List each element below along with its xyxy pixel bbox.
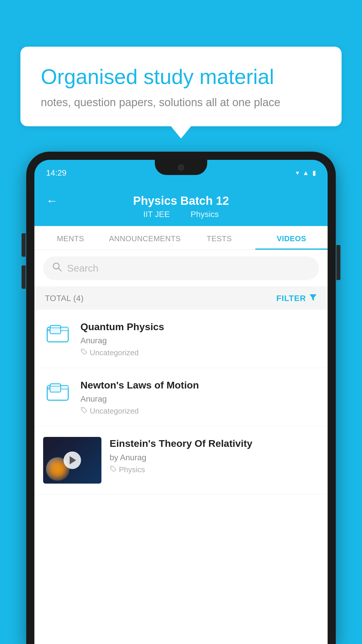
video-list: Quantum Physics Anurag Uncategorized xyxy=(34,310,328,494)
folder-icon-container xyxy=(43,379,72,403)
video-author: Anurag xyxy=(80,394,319,404)
status-bar: 14:29 ▾ ▲ ▮ xyxy=(34,160,328,186)
tab-ments[interactable]: MENTS xyxy=(34,226,107,250)
tag-icon xyxy=(110,465,117,474)
status-time: 14:29 xyxy=(46,168,66,178)
search-placeholder: Search xyxy=(67,262,99,274)
video-title: Quantum Physics xyxy=(80,320,319,333)
speech-bubble-subtext: notes, question papers, solutions all at… xyxy=(41,96,321,109)
search-container: Search xyxy=(34,250,328,287)
back-button[interactable]: ← xyxy=(46,194,58,207)
svg-line-1 xyxy=(58,268,61,271)
svg-marker-2 xyxy=(310,294,317,301)
video-title: Einstein's Theory Of Relativity xyxy=(110,437,319,450)
camera-dot xyxy=(178,164,184,171)
tab-announcements[interactable]: ANNOUNCEMENTS xyxy=(107,226,183,250)
video-info: Quantum Physics Anurag Uncategorized xyxy=(80,320,319,357)
wifi-icon: ▾ xyxy=(296,169,299,177)
video-thumbnail xyxy=(43,437,101,484)
signal-icon: ▲ xyxy=(303,169,309,177)
svg-point-13 xyxy=(111,467,112,468)
list-item[interactable]: Einstein's Theory Of Relativity by Anura… xyxy=(34,426,328,494)
svg-rect-6 xyxy=(50,328,61,334)
speech-bubble: Organised study material notes, question… xyxy=(20,47,342,126)
phone-volume-up xyxy=(22,233,26,257)
filter-icon xyxy=(309,293,317,303)
phone-volume-down xyxy=(22,265,26,289)
tag-icon xyxy=(80,407,87,416)
video-author: by Anurag xyxy=(110,453,319,462)
phone-notch xyxy=(155,160,207,175)
play-button[interactable] xyxy=(64,452,81,469)
header-subtitle: IIT JEE Physics xyxy=(140,210,222,219)
phone-screen: ← Physics Batch 12 IIT JEE Physics MENTS… xyxy=(34,186,328,644)
subtitle-iitjee: IIT JEE xyxy=(143,210,170,219)
speech-bubble-container: Organised study material notes, question… xyxy=(20,47,342,126)
tag-icon xyxy=(80,348,87,357)
phone-frame: 14:29 ▾ ▲ ▮ ← Physics Batch 12 IIT JEE P… xyxy=(26,152,336,644)
tab-tests[interactable]: TESTS xyxy=(183,226,255,250)
subtitle-separator xyxy=(179,210,184,219)
search-icon xyxy=(52,262,62,275)
folder-icon xyxy=(46,321,69,345)
filter-bar: TOTAL (4) FILTER xyxy=(34,287,328,310)
page-title: Physics Batch 12 xyxy=(133,194,229,207)
video-info: Einstein's Theory Of Relativity by Anura… xyxy=(110,437,319,474)
video-tag: Uncategorized xyxy=(80,407,319,416)
speech-bubble-heading: Organised study material xyxy=(41,64,321,89)
video-info: Newton's Laws of Motion Anurag Uncategor… xyxy=(80,379,319,416)
svg-rect-11 xyxy=(50,386,61,392)
svg-point-12 xyxy=(82,408,83,409)
list-item[interactable]: Quantum Physics Anurag Uncategorized xyxy=(34,310,328,368)
video-author: Anurag xyxy=(80,336,319,345)
subtitle-physics: Physics xyxy=(191,210,219,219)
list-item[interactable]: Newton's Laws of Motion Anurag Uncategor… xyxy=(34,368,328,426)
video-tag: Physics xyxy=(110,465,319,474)
phone-power-button xyxy=(336,245,340,280)
play-triangle-icon xyxy=(70,456,76,464)
filter-button[interactable]: FILTER xyxy=(276,293,317,303)
header-top: ← Physics Batch 12 xyxy=(46,194,316,207)
svg-point-7 xyxy=(82,350,83,351)
tab-videos[interactable]: VIDEOS xyxy=(255,226,328,250)
video-title: Newton's Laws of Motion xyxy=(80,379,319,391)
tabs-bar: MENTS ANNOUNCEMENTS TESTS VIDEOS xyxy=(34,226,328,250)
search-box[interactable]: Search xyxy=(43,256,319,280)
folder-icon-container xyxy=(43,320,72,345)
filter-label: FILTER xyxy=(276,294,306,303)
app-header: ← Physics Batch 12 IIT JEE Physics xyxy=(34,186,328,226)
video-tag: Uncategorized xyxy=(80,348,319,357)
battery-icon: ▮ xyxy=(312,169,316,177)
folder-icon xyxy=(46,380,69,403)
total-count: TOTAL (4) xyxy=(45,294,84,303)
status-icons: ▾ ▲ ▮ xyxy=(296,169,316,177)
